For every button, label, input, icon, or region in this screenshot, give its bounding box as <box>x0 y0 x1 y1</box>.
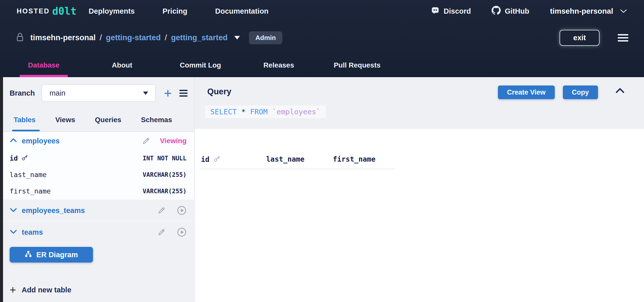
query-results: id last_name first_name <box>195 129 644 302</box>
result-column-label: last_name <box>266 155 305 163</box>
sidebar-tab-queries[interactable]: Queries <box>95 109 121 131</box>
branch-list-icon[interactable] <box>179 90 188 97</box>
key-icon <box>214 155 221 164</box>
query-title: Query <box>207 87 231 96</box>
lock-icon <box>16 32 24 43</box>
sql-keyword-select: SELECT <box>210 107 237 116</box>
discord-link[interactable]: Discord <box>431 6 471 16</box>
column-name-last-name: last_name <box>10 171 47 179</box>
query-actions: Create View Copy <box>498 85 598 99</box>
column-name-id: id <box>10 154 18 162</box>
github-link[interactable]: GitHub <box>492 6 529 17</box>
add-new-table-label: Add new table <box>22 286 72 294</box>
table-name-teams[interactable]: teams <box>22 228 43 236</box>
hosted-dolt-logo[interactable]: HOSTED d0lt <box>17 6 77 16</box>
sql-keyword-from: FROM <box>250 107 268 116</box>
chevron-down-icon[interactable] <box>10 229 17 235</box>
add-new-table-button[interactable]: + Add new table <box>3 284 194 295</box>
er-diagram-icon <box>25 250 32 259</box>
hamburger-menu-icon[interactable] <box>618 34 628 41</box>
exit-button[interactable]: exit <box>560 30 600 46</box>
column-row-id: id INT NOT NULL <box>3 150 194 166</box>
nav-link-pricing[interactable]: Pricing <box>163 7 187 15</box>
result-column-label: first_name <box>333 155 376 163</box>
result-column-header-id: id <box>201 155 221 164</box>
column-type-id: INT NOT NULL <box>143 155 187 162</box>
result-column-header-first-name: first_name <box>333 155 376 163</box>
nav-links: Deployments Pricing Documentation <box>89 7 268 15</box>
chevron-down-icon[interactable] <box>10 207 17 214</box>
play-circle-icon[interactable] <box>177 227 187 237</box>
play-circle-icon[interactable] <box>177 206 187 215</box>
result-header-divider <box>200 169 395 169</box>
sidebar-tab-views[interactable]: Views <box>55 109 75 131</box>
query-panel: Query SELECT * FROM `employees` Create V… <box>195 77 644 129</box>
sql-table-ref: `employees` <box>272 107 320 116</box>
column-name-first-name: first_name <box>10 187 51 195</box>
table-name-employees[interactable]: employees <box>22 137 60 145</box>
result-column-label: id <box>201 155 210 164</box>
tab-pull-requests[interactable]: Pull Requests <box>334 53 381 77</box>
nav-link-deployments[interactable]: Deployments <box>89 7 135 15</box>
sidebar-tab-schemas[interactable]: Schemas <box>141 109 172 131</box>
breadcrumb: timsehn-personal / getting-started / get… <box>0 22 644 53</box>
window-edge-strip <box>0 77 3 302</box>
sql-star: * <box>241 107 245 116</box>
tab-database[interactable]: Database <box>20 53 67 77</box>
content-area: Branch main + Tables Views Queries Schem… <box>0 77 644 302</box>
branch-row: Branch main + <box>3 77 194 102</box>
database-sidebar: Branch main + Tables Views Queries Schem… <box>3 77 195 302</box>
database-dropdown-caret-icon[interactable] <box>234 36 240 39</box>
key-icon <box>21 154 28 162</box>
result-column-header-last-name: last_name <box>266 155 305 163</box>
er-diagram-button[interactable]: ER Diagram <box>10 247 93 263</box>
tab-about[interactable]: About <box>99 53 146 77</box>
new-branch-button[interactable]: + <box>164 87 172 99</box>
chevron-up-icon[interactable] <box>10 138 17 144</box>
dropdown-caret-icon <box>143 92 148 95</box>
breadcrumb-owner[interactable]: timsehn-personal <box>30 33 96 42</box>
column-type-last-name: VARCHAR(255) <box>143 171 187 178</box>
table-row-teams[interactable]: teams <box>3 221 194 243</box>
table-row-employees-teams[interactable]: employees_teams <box>3 199 194 221</box>
discord-icon <box>431 6 440 16</box>
account-menu[interactable]: timsehn-personal <box>550 7 627 15</box>
top-header: HOSTED d0lt Deployments Pricing Document… <box>0 0 644 77</box>
table-group-employees: employees Viewing id INT NOT NULL <box>3 132 194 199</box>
github-icon <box>492 6 501 17</box>
column-type-first-name: VARCHAR(255) <box>143 188 187 195</box>
table-row-employees[interactable]: employees Viewing <box>3 132 194 150</box>
branch-select[interactable]: main <box>41 84 156 102</box>
copy-button[interactable]: Copy <box>563 85 598 99</box>
nav-link-documentation[interactable]: Documentation <box>215 7 268 15</box>
breadcrumb-separator: / <box>100 33 102 42</box>
account-name: timsehn-personal <box>550 7 613 15</box>
tab-releases[interactable]: Releases <box>255 53 302 77</box>
discord-label: Discord <box>444 7 471 15</box>
nav-right-group: Discord GitHub timsehn-personal <box>431 6 627 17</box>
table-name-employees-teams[interactable]: employees_teams <box>22 206 85 215</box>
viewing-status-badge: Viewing <box>160 137 187 145</box>
breadcrumb-deployment[interactable]: getting-started <box>106 33 161 42</box>
repo-tabs: Database About Commit Log Releases Pull … <box>0 53 644 77</box>
branch-select-value: main <box>50 89 65 97</box>
collapse-panel-icon[interactable] <box>615 87 625 95</box>
logo-hosted-text: HOSTED <box>17 7 50 15</box>
sidebar-tab-tables[interactable]: Tables <box>14 109 36 131</box>
sql-query-text[interactable]: SELECT * FROM `employees` <box>205 105 326 118</box>
branch-label: Branch <box>10 89 35 97</box>
admin-badge: Admin <box>249 31 283 44</box>
edit-table-button[interactable] <box>157 206 166 215</box>
column-row-last-name: last_name VARCHAR(255) <box>3 166 194 183</box>
chevron-down-icon <box>620 7 627 15</box>
main-navbar: HOSTED d0lt Deployments Pricing Document… <box>0 0 644 22</box>
logo-dolt-text: d0lt <box>52 6 77 16</box>
edit-table-button[interactable] <box>142 137 150 145</box>
edit-table-button[interactable] <box>157 228 166 236</box>
tab-commit-log[interactable]: Commit Log <box>177 53 224 77</box>
breadcrumb-database[interactable]: getting_started <box>171 33 228 42</box>
create-view-button[interactable]: Create View <box>498 85 555 99</box>
query-workspace: Query SELECT * FROM `employees` Create V… <box>195 77 644 302</box>
column-row-first-name: first_name VARCHAR(255) <box>3 183 194 199</box>
hosted-dolt-app: HOSTED d0lt Deployments Pricing Document… <box>0 0 644 302</box>
